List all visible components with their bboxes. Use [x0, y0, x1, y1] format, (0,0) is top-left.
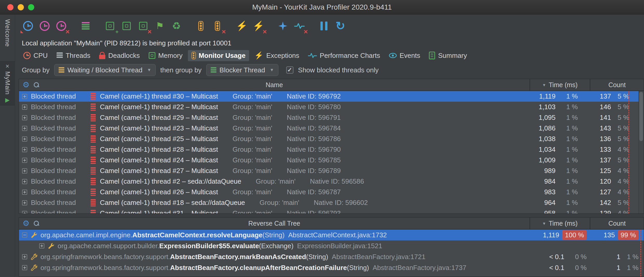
- tab-threads[interactable]: Threads: [53, 50, 94, 61]
- column-header-count[interactable]: Count: [590, 79, 644, 91]
- stop-cpu-profiling-button[interactable]: ✕: [54, 19, 68, 33]
- tab-summary[interactable]: Summary: [425, 50, 470, 61]
- thread-native-id: Native ID: 596784: [287, 124, 341, 132]
- cpu-clock-icon: [56, 21, 66, 31]
- count-percent: 4 %: [611, 177, 629, 185]
- search-icon[interactable]: [34, 82, 39, 87]
- expand-icon[interactable]: [22, 115, 27, 120]
- thread-row[interactable]: Blocked thread Camel (camel-1) thread #1…: [19, 197, 644, 208]
- tab-memory[interactable]: Memory: [145, 50, 186, 61]
- method-name: AbstractCamelContext.resolveLanguage: [132, 231, 262, 239]
- collapse-icon[interactable]: [22, 232, 27, 238]
- minimize-window-button[interactable]: [18, 4, 24, 10]
- thread-native-id: Native ID: 596586: [310, 177, 364, 185]
- close-window-button[interactable]: [7, 4, 13, 10]
- stop-monitor-profiling-button[interactable]: ✕: [211, 19, 224, 33]
- call-tree-row[interactable]: org.apache.camel.impl.engine.AbstractCam…: [19, 230, 644, 240]
- thread-icon: [91, 114, 96, 121]
- search-icon[interactable]: [34, 221, 39, 226]
- thread-native-id: Native ID: 596787: [287, 188, 341, 196]
- tab-deadlocks[interactable]: Deadlocks: [95, 50, 143, 61]
- pulse-icon: [308, 53, 317, 58]
- thread-row[interactable]: Blocked thread Camel (camel-1) thread #3…: [19, 208, 644, 214]
- thread-row[interactable]: Blocked thread Camel (camel-1) thread #2…: [19, 112, 644, 123]
- column-header-name[interactable]: Name: [19, 81, 530, 89]
- expand-icon[interactable]: [22, 94, 27, 99]
- stop-telemetry-button[interactable]: ✕: [293, 19, 306, 33]
- column-header-time[interactable]: ▼ Time (ms): [530, 218, 590, 229]
- trace-cpu-button[interactable]: [38, 19, 51, 33]
- tab-performance-charts[interactable]: Performance Charts: [304, 50, 384, 61]
- tab-events[interactable]: Events: [385, 50, 424, 61]
- gear-icon[interactable]: ⚙: [23, 219, 30, 227]
- expand-icon[interactable]: [22, 136, 27, 142]
- close-icon[interactable]: ✕: [5, 64, 10, 69]
- thread-row[interactable]: Blocked thread Camel (camel-1) thread #2…: [19, 187, 644, 197]
- chevron-down-icon: ▼: [147, 68, 151, 72]
- thread-name: Camel (camel-1) thread #2 – seda://dataQ…: [100, 177, 241, 185]
- thread-row[interactable]: Blocked thread Camel (camel-1) thread #2…: [19, 123, 644, 134]
- start-allocation-recording-button[interactable]: +: [103, 19, 117, 33]
- thread-row[interactable]: Blocked thread Camel (camel-1) thread #2…: [19, 165, 644, 176]
- stop-allocation-recording-button[interactable]: ✕: [136, 19, 150, 33]
- sample-cpu-button[interactable]: [21, 19, 35, 33]
- show-blocked-threads-checkbox[interactable]: ✓: [286, 66, 293, 74]
- count-value: 1: [590, 253, 620, 261]
- mark-event-button[interactable]: ⚑: [153, 19, 167, 33]
- time-percent: 0 %: [564, 264, 587, 272]
- expand-icon[interactable]: [39, 243, 44, 248]
- start-monitor-profiling-button[interactable]: [194, 19, 208, 33]
- call-tree-row[interactable]: org.springframework.beans.factory.suppor…: [19, 251, 644, 262]
- capture-memory-snapshot-button[interactable]: [120, 19, 133, 33]
- sidebar-tab-welcome[interactable]: Welcome: [4, 17, 11, 50]
- panel-splitter[interactable]: [19, 214, 644, 217]
- time-value: 1,009: [530, 156, 556, 164]
- stop-exception-profiling-button[interactable]: ⚡✕: [252, 19, 265, 33]
- group-by-dropdown[interactable]: Waiting / Blocked Thread ▼: [54, 64, 156, 76]
- time-value: 1,119: [530, 231, 559, 239]
- thread-row[interactable]: Blocked thread Camel (camel-1) thread #2…: [19, 144, 644, 155]
- play-icon: ▶: [5, 97, 10, 103]
- wrench-icon: [30, 264, 37, 271]
- thread-row[interactable]: Blocked thread Camel (camel-1) thread #2…: [19, 176, 644, 187]
- thread-group: Group: 'main': [232, 209, 272, 214]
- expand-icon[interactable]: [22, 126, 27, 131]
- pause-button[interactable]: [317, 19, 331, 33]
- inspections-button[interactable]: [276, 19, 290, 33]
- thread-group: Group: 'main': [232, 114, 272, 122]
- expand-icon[interactable]: [22, 190, 27, 195]
- force-gc-button[interactable]: ♻: [170, 19, 183, 33]
- zoom-window-button[interactable]: [28, 4, 34, 10]
- tab-monitor-usage[interactable]: Monitor Usage: [188, 50, 249, 61]
- time-percent: 1 %: [556, 199, 578, 207]
- thread-row[interactable]: Blocked thread Camel (camel-1) thread #3…: [19, 91, 644, 102]
- thread-row[interactable]: Blocked thread Camel (camel-1) thread #2…: [19, 102, 644, 112]
- column-header-count[interactable]: Count: [590, 218, 644, 229]
- thread-row[interactable]: Blocked thread Camel (camel-1) thread #2…: [19, 155, 644, 165]
- expand-icon[interactable]: [22, 147, 27, 152]
- scrollbar-thumb[interactable]: [639, 92, 643, 141]
- call-tree-row[interactable]: org.apache.camel.support.builder.Express…: [19, 240, 644, 251]
- start-exception-profiling-button[interactable]: ⚡: [235, 19, 249, 33]
- expand-icon[interactable]: [22, 105, 27, 110]
- expand-icon[interactable]: [22, 254, 27, 259]
- call-tree-row[interactable]: org.springframework.beans.factory.suppor…: [19, 262, 644, 273]
- then-group-by-dropdown[interactable]: Blocker Thread ▼: [206, 64, 278, 76]
- tab-cpu[interactable]: CPU: [20, 50, 51, 61]
- x-badge-icon: ✕: [147, 29, 152, 34]
- expand-icon[interactable]: [22, 200, 27, 205]
- capture-thread-dump-button[interactable]: [79, 19, 92, 33]
- expand-icon[interactable]: [22, 211, 27, 214]
- expand-icon[interactable]: [22, 265, 27, 270]
- expand-icon[interactable]: [22, 168, 27, 174]
- tab-exceptions[interactable]: ⚡Exceptions: [251, 50, 303, 61]
- thread-row[interactable]: Blocked thread Camel (camel-1) thread #2…: [19, 134, 644, 144]
- gear-icon[interactable]: ⚙: [23, 81, 30, 89]
- refresh-button[interactable]: ↻: [334, 19, 347, 33]
- expand-icon[interactable]: [22, 158, 27, 163]
- expand-icon[interactable]: [22, 179, 27, 184]
- count-value: 142: [590, 199, 611, 207]
- vertical-scrollbar[interactable]: [639, 91, 644, 213]
- sidebar-tab-mymain[interactable]: ✕ MyMain ▶: [0, 61, 15, 105]
- column-header-time[interactable]: ▼ Time (ms): [530, 79, 590, 91]
